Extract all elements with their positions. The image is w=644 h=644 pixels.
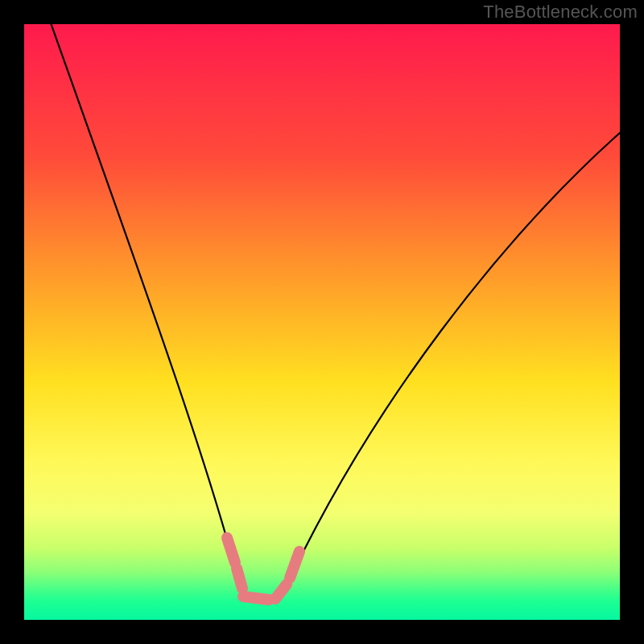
plot-area [24, 24, 620, 620]
valley-highlight-segment [275, 584, 287, 599]
chart-frame: TheBottleneck.com [0, 0, 644, 644]
watermark-text: TheBottleneck.com [483, 2, 638, 23]
curve-layer [24, 24, 620, 620]
bottleneck-curve [48, 24, 620, 600]
valley-highlight-segment [237, 568, 242, 588]
valley-highlight-segment [290, 551, 299, 578]
valley-highlight-segment [243, 597, 269, 600]
valley-highlight-segment [227, 538, 235, 563]
valley-highlight [227, 538, 299, 600]
